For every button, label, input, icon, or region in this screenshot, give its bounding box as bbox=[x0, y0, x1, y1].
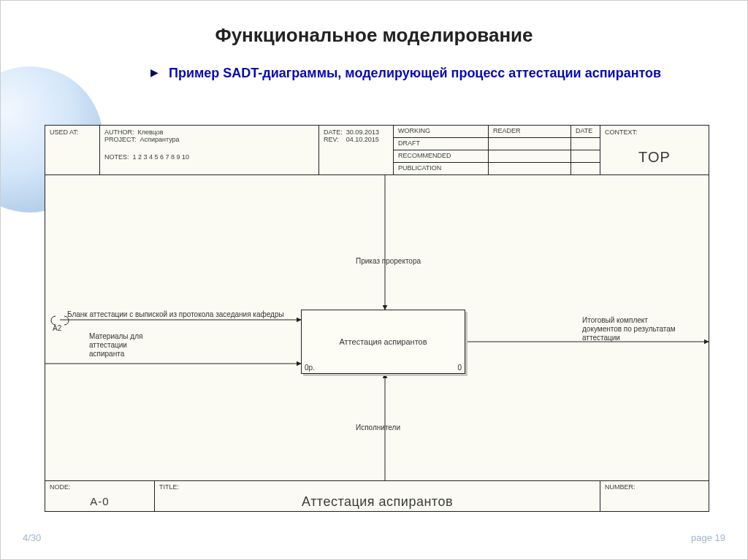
ftr-title: TITLE: Аттестация аспирантов bbox=[155, 481, 600, 511]
page-title: Функциональное моделирование bbox=[1, 24, 747, 47]
diagram-canvas: Аттестация аспирантов 0р. 0 Приказ проре… bbox=[45, 175, 709, 480]
output-label: Итоговый комплект документов по результа… bbox=[582, 316, 677, 342]
idef0-frame: USED AT: AUTHOR: Клевцов PROJECT: Аспира… bbox=[45, 125, 709, 512]
page-counter-left: 4/30 bbox=[23, 532, 41, 543]
ftr-node: NODE: A-0 bbox=[45, 481, 155, 511]
hdr-status: WORKING DRAFT RECOMMENDED PUBLICATION bbox=[394, 126, 489, 174]
bullet-icon: ▶ bbox=[150, 66, 159, 82]
function-box: Аттестация аспирантов 0р. 0 bbox=[301, 310, 465, 374]
input1-ref: А2 bbox=[53, 324, 61, 333]
input2-label: Материалы для аттестации аспиранта bbox=[89, 332, 148, 358]
hdr-date-col: DATE bbox=[571, 126, 600, 174]
hdr-context: CONTEXT: TOP bbox=[600, 126, 709, 174]
subtitle-text: Пример SADT-диаграммы, моделирующей проц… bbox=[169, 65, 661, 82]
box-title: Аттестация аспирантов bbox=[339, 337, 427, 346]
hdr-reader: READER bbox=[489, 126, 571, 174]
box-op: 0р. bbox=[305, 364, 315, 372]
box-index: 0 bbox=[457, 364, 462, 372]
header-band: USED AT: AUTHOR: Клевцов PROJECT: Аспира… bbox=[45, 126, 709, 175]
subtitle-row: ▶ Пример SADT-диаграммы, моделирующей пр… bbox=[150, 65, 711, 82]
control-label: Приказ проректора bbox=[356, 257, 429, 266]
mechanism-label: Исполнители bbox=[356, 423, 400, 432]
page-counter-right: page 19 bbox=[691, 532, 725, 543]
footer-band: NODE: A-0 TITLE: Аттестация аспирантов N… bbox=[45, 480, 709, 511]
hdr-dates: DATE: 30.09.2013 REV: 04.10.2015 bbox=[319, 126, 394, 174]
hdr-author-project: AUTHOR: Клевцов PROJECT: Аспирантура NOT… bbox=[100, 126, 319, 174]
hdr-used-at: USED AT: bbox=[45, 126, 100, 174]
input1-label: Бланк аттестации с выпиской из протокола… bbox=[67, 310, 294, 319]
ftr-number: NUMBER: bbox=[600, 481, 709, 511]
